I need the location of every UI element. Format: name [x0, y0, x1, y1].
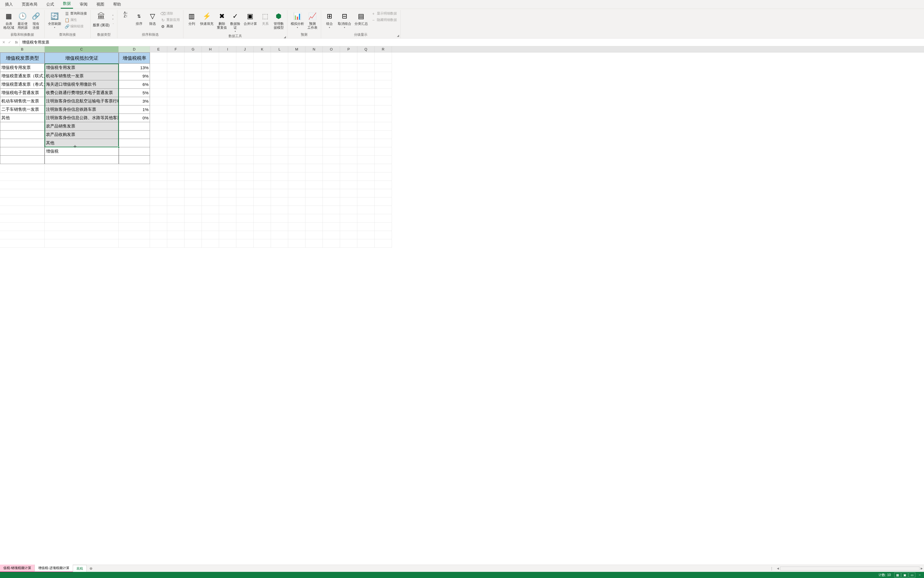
cell[interactable] — [306, 164, 323, 172]
cell[interactable] — [202, 106, 219, 114]
cell[interactable] — [254, 72, 271, 80]
cell[interactable] — [357, 231, 375, 239]
view-page-layout-button[interactable]: ▣ — [901, 572, 908, 578]
cell[interactable] — [219, 114, 236, 122]
cell[interactable] — [202, 222, 219, 231]
cell[interactable] — [45, 181, 119, 189]
cell[interactable] — [254, 114, 271, 122]
cell[interactable] — [167, 147, 184, 156]
cell[interactable] — [323, 172, 340, 181]
cell[interactable] — [271, 164, 288, 172]
cell[interactable] — [236, 106, 254, 114]
cell[interactable] — [375, 231, 392, 239]
cell[interactable] — [167, 189, 184, 198]
cell[interactable] — [184, 206, 202, 214]
cell[interactable] — [323, 222, 340, 231]
scroll-up-icon[interactable]: ▴ — [112, 13, 115, 17]
header-cell-b[interactable]: 增值税发票类型 — [0, 52, 45, 63]
cell[interactable] — [375, 89, 392, 97]
cell[interactable] — [219, 72, 236, 80]
refresh-all-button[interactable]: 🔄 全部刷新 ▾ — [47, 11, 62, 29]
cell[interactable] — [323, 206, 340, 214]
cell[interactable] — [357, 222, 375, 231]
cell[interactable] — [306, 181, 323, 189]
cell[interactable] — [254, 139, 271, 147]
cell[interactable] — [271, 80, 288, 89]
cell[interactable] — [45, 231, 119, 239]
cell[interactable] — [288, 189, 306, 198]
cell[interactable] — [0, 231, 45, 239]
cell[interactable] — [254, 97, 271, 106]
cell[interactable] — [323, 114, 340, 122]
cell[interactable] — [340, 52, 357, 63]
cell[interactable] — [167, 89, 184, 97]
cell[interactable] — [288, 198, 306, 206]
cell[interactable] — [375, 63, 392, 72]
cell[interactable] — [184, 97, 202, 106]
cell[interactable] — [45, 172, 119, 181]
cell[interactable] — [254, 239, 271, 248]
cell[interactable] — [184, 139, 202, 147]
cell[interactable] — [357, 147, 375, 156]
cell[interactable] — [184, 72, 202, 80]
cell[interactable] — [202, 206, 219, 214]
cell[interactable] — [184, 156, 202, 164]
col-header-f[interactable]: F — [167, 46, 184, 52]
cell[interactable] — [288, 122, 306, 131]
cell[interactable] — [236, 139, 254, 147]
cell-d[interactable] — [119, 147, 150, 156]
dialog-launcher-icon[interactable]: ◢ — [284, 36, 286, 39]
cell[interactable] — [219, 172, 236, 181]
cell[interactable] — [271, 214, 288, 222]
cell[interactable] — [202, 52, 219, 63]
cell[interactable] — [236, 147, 254, 156]
cell[interactable] — [288, 63, 306, 72]
cell[interactable] — [375, 106, 392, 114]
cell[interactable] — [306, 80, 323, 89]
cell[interactable] — [0, 222, 45, 231]
horizontal-scrollbar[interactable] — [780, 567, 919, 570]
cell[interactable] — [288, 239, 306, 248]
cell-b[interactable]: 增值税专用发票 — [0, 63, 45, 72]
cell[interactable] — [167, 72, 184, 80]
col-header-g[interactable]: G — [184, 46, 202, 52]
cell[interactable] — [375, 139, 392, 147]
cell[interactable] — [340, 231, 357, 239]
cell[interactable] — [323, 122, 340, 131]
cell[interactable] — [323, 89, 340, 97]
dialog-launcher-icon[interactable]: ◢ — [397, 34, 399, 37]
cell-c[interactable]: 增值税 — [45, 147, 119, 156]
cell[interactable] — [288, 97, 306, 106]
cell[interactable] — [271, 206, 288, 214]
cell[interactable] — [375, 97, 392, 106]
col-header-j[interactable]: J — [236, 46, 254, 52]
cell[interactable] — [219, 106, 236, 114]
view-page-break-button[interactable]: ▭ — [909, 572, 915, 578]
cell[interactable] — [167, 106, 184, 114]
cell[interactable] — [150, 189, 167, 198]
cell[interactable] — [219, 198, 236, 206]
cell-b[interactable] — [0, 139, 45, 147]
cell[interactable] — [340, 106, 357, 114]
sort-button[interactable]: ⇅ 排序 — [133, 11, 145, 26]
cell-d[interactable] — [119, 122, 150, 131]
cell-d[interactable]: 0% — [119, 114, 150, 122]
cell[interactable] — [202, 63, 219, 72]
cell[interactable] — [219, 206, 236, 214]
cell[interactable] — [357, 97, 375, 106]
cell[interactable] — [271, 139, 288, 147]
cell[interactable] — [167, 222, 184, 231]
cell[interactable] — [271, 97, 288, 106]
cell[interactable] — [323, 52, 340, 63]
cell[interactable] — [167, 122, 184, 131]
cell[interactable] — [167, 97, 184, 106]
cell[interactable] — [45, 189, 119, 198]
cell[interactable] — [119, 206, 150, 214]
cell-d[interactable]: 6% — [119, 80, 150, 89]
cell[interactable] — [288, 164, 306, 172]
cell[interactable] — [167, 198, 184, 206]
cell[interactable] — [45, 206, 119, 214]
cell[interactable] — [184, 131, 202, 139]
cell[interactable] — [288, 231, 306, 239]
accept-icon[interactable]: ✓ — [8, 40, 11, 44]
